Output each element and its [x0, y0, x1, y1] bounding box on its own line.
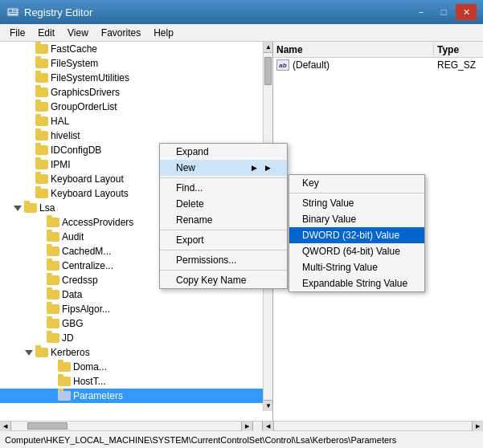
close-button[interactable]: ✕: [456, 4, 477, 20]
right-name-default: (Default): [293, 59, 437, 71]
svg-rect-1: [9, 10, 12, 12]
folder-jd: [47, 333, 59, 343]
expand-jd: [34, 332, 47, 344]
submenu-dword-value[interactable]: DWORD (32-bit) Value: [289, 227, 424, 243]
expand-accessproviders: [34, 216, 47, 229]
folder-lsa: [24, 203, 37, 213]
ctx-rename[interactable]: Rename: [160, 212, 287, 228]
right-type-default: REG_SZ: [437, 59, 476, 71]
hscroll-left-btn[interactable]: ◀: [0, 422, 11, 431]
submenu-expandable-string[interactable]: Expandable String Value: [289, 275, 424, 291]
hscrollbar-row: ◀ ▶ ◀ ▶: [0, 421, 483, 430]
tree-item-hal[interactable]: HAL: [0, 114, 272, 128]
folder-filesystem: [35, 59, 48, 68]
right-hscrollbar[interactable]: ◀ ▶: [263, 422, 483, 430]
submenu-qword-value[interactable]: QWORD (64-bit) Value: [289, 243, 424, 259]
tree-item-doma[interactable]: Doma...: [0, 360, 272, 374]
submenu-key[interactable]: Key: [289, 175, 424, 191]
ctx-copy-key-name[interactable]: Copy Key Name: [160, 272, 287, 288]
tree-item-hostt[interactable]: HostT...: [0, 374, 272, 389]
menu-help[interactable]: Help: [147, 26, 180, 40]
tree-item-data[interactable]: Data: [0, 287, 272, 302]
tree-item-fipsalgor[interactable]: FipsAlgor...: [0, 302, 272, 316]
submenu-binary-value[interactable]: Binary Value: [289, 211, 424, 227]
vscroll-down-btn[interactable]: ▼: [264, 400, 273, 411]
tree-item-fastcache[interactable]: FastCache: [0, 42, 272, 56]
tree-item-gbg[interactable]: GBG: [0, 316, 272, 331]
expand-data: [34, 288, 47, 301]
right-hscroll-right-btn[interactable]: ▶: [472, 422, 483, 431]
expand-ipmi: [23, 158, 35, 171]
folder-fastcache: [35, 44, 48, 54]
expand-filesystem: [23, 57, 35, 70]
folder-cachedm: [47, 246, 59, 256]
expand-cachedm: [34, 245, 47, 258]
folder-hal: [35, 116, 48, 126]
folder-kerberos: [35, 348, 48, 357]
expand-keyboardlayout: [23, 173, 35, 185]
expand-fastcache: [23, 43, 35, 55]
maximize-button[interactable]: □: [433, 4, 454, 20]
expand-lsa[interactable]: [11, 202, 24, 214]
right-pane-header: Name Type: [273, 42, 483, 58]
menu-view[interactable]: View: [61, 26, 95, 40]
right-hscroll-track: [274, 422, 472, 431]
folder-credssp: [47, 275, 59, 285]
tree-item-parameters[interactable]: Parameters: [0, 389, 272, 403]
title-bar-left: Registry Editor: [6, 6, 92, 18]
hscroll-right-btn[interactable]: ▶: [241, 422, 252, 431]
folder-audit: [47, 232, 59, 242]
expand-graphicsdrivers: [23, 86, 35, 99]
right-row-default[interactable]: ab (Default) REG_SZ: [273, 58, 483, 72]
title-bar-controls: − □ ✕: [411, 4, 477, 20]
submenu-sep1: [289, 193, 424, 193]
tree-item-hivelist[interactable]: hivelist: [0, 128, 272, 143]
hscroll-corner: [252, 422, 262, 431]
ctx-find[interactable]: Find...: [160, 180, 287, 196]
expand-parameters: [45, 389, 58, 402]
ctx-new[interactable]: New▶: [160, 160, 287, 176]
right-hscroll-left-btn[interactable]: ◀: [263, 422, 274, 431]
submenu-string-value[interactable]: String Value: [289, 195, 424, 211]
tree-item-jd[interactable]: JD: [0, 331, 272, 345]
menu-favorites[interactable]: Favorites: [95, 26, 147, 40]
menu-edit[interactable]: Edit: [31, 26, 61, 40]
title-bar: Registry Editor − □ ✕: [0, 0, 483, 24]
app-icon: [6, 6, 19, 18]
expand-fipsalgor: [34, 303, 47, 316]
expand-keyboardlayouts: [23, 187, 35, 200]
expand-hivelist: [23, 129, 35, 142]
tree-hscrollbar[interactable]: ◀ ▶: [0, 422, 263, 430]
ctx-delete[interactable]: Delete: [160, 196, 287, 212]
vscroll-up-btn[interactable]: ▲: [264, 42, 273, 53]
folder-graphicsdrivers: [35, 88, 48, 97]
tree-item-kerberos[interactable]: Kerberos: [0, 345, 272, 360]
ctx-permissions[interactable]: Permissions...: [160, 252, 287, 268]
ctx-sep1: [160, 177, 287, 178]
ctx-expand[interactable]: Expand: [160, 144, 287, 160]
expand-filesystemutilities: [23, 71, 35, 84]
menu-file[interactable]: File: [3, 26, 31, 40]
tree-item-filesystem[interactable]: FileSystem: [0, 56, 272, 71]
expand-centralize: [34, 259, 47, 272]
vscroll-thumb[interactable]: [264, 57, 272, 85]
expand-kerberos[interactable]: [23, 346, 35, 359]
status-bar: Computer\HKEY_LOCAL_MACHINE\SYSTEM\Curre…: [0, 430, 483, 448]
folder-ipmi: [35, 160, 48, 169]
ctx-sep4: [160, 270, 287, 271]
ctx-sep2: [160, 230, 287, 230]
menu-bar: File Edit View Favorites Help: [0, 24, 483, 42]
submenu-multi-string[interactable]: Multi-String Value: [289, 259, 424, 275]
expand-hal: [23, 115, 35, 128]
tree-item-grouporderlist[interactable]: GroupOrderList: [0, 100, 272, 114]
expand-gbg: [34, 317, 47, 330]
minimize-button[interactable]: −: [411, 4, 432, 20]
col-header-type: Type: [434, 44, 462, 55]
ctx-export[interactable]: Export: [160, 232, 287, 248]
context-submenu-new: Key String Value Binary Value DWORD (32-…: [289, 174, 425, 292]
status-text: Computer\HKEY_LOCAL_MACHINE\SYSTEM\Curre…: [5, 435, 396, 445]
hscroll-thumb[interactable]: [27, 422, 68, 430]
tree-item-filesystemutilities[interactable]: FileSystemUtilities: [0, 71, 272, 85]
folder-gbg: [47, 319, 59, 328]
tree-item-graphicsdrivers[interactable]: GraphicsDrivers: [0, 85, 272, 100]
